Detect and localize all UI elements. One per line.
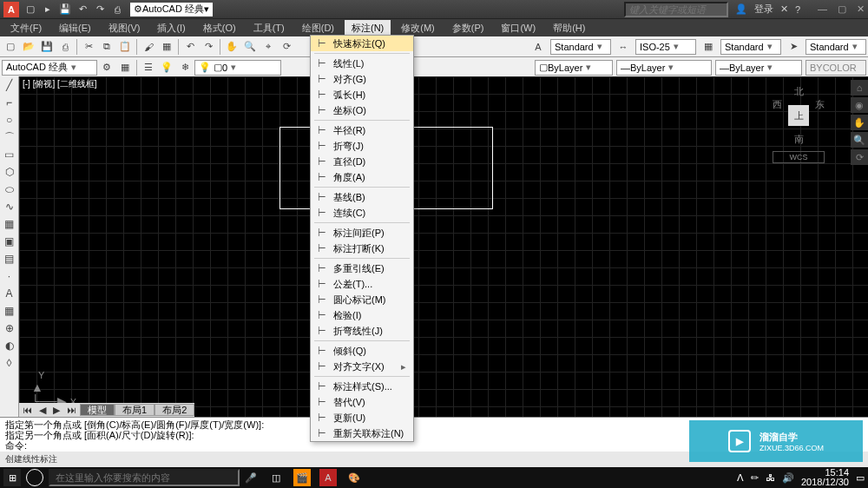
pan-icon[interactable]: ✋ bbox=[223, 38, 240, 56]
menuitem[interactable]: ⊢对齐(G) bbox=[311, 71, 413, 87]
home-icon[interactable]: ⌂ bbox=[851, 80, 868, 96]
textstyle-combo[interactable]: Standard▾ bbox=[550, 39, 611, 55]
taskview-icon[interactable]: ◫ bbox=[267, 469, 285, 486]
menu-9[interactable]: 参数(P) bbox=[445, 20, 491, 36]
menuitem[interactable]: ⊢半径(R) bbox=[311, 122, 413, 138]
redo-icon[interactable]: ↷ bbox=[92, 2, 108, 17]
rect-icon[interactable]: ▭ bbox=[0, 146, 18, 163]
signin-icon[interactable]: 👤 bbox=[735, 3, 747, 15]
network-icon[interactable]: 🖧 bbox=[766, 472, 775, 483]
tab-last-icon[interactable]: ⏭ bbox=[63, 405, 80, 415]
dimstyle-icon[interactable]: ↔ bbox=[615, 38, 632, 56]
lweight-combo[interactable]: — ByLayer▾ bbox=[715, 60, 802, 76]
ws-save-icon[interactable]: ▦ bbox=[116, 59, 134, 76]
ws-settings-icon[interactable]: ⚙ bbox=[98, 59, 115, 76]
save-icon[interactable]: 💾 bbox=[57, 2, 73, 17]
menuitem[interactable]: ⊢基线(B) bbox=[311, 189, 413, 205]
menuitem[interactable]: ⊢倾斜(Q) bbox=[311, 343, 413, 359]
circle-icon[interactable]: ○ bbox=[0, 111, 18, 129]
spline-icon[interactable]: ∿ bbox=[0, 198, 18, 215]
mlstyle-combo[interactable]: Standard▾ bbox=[806, 39, 866, 55]
save-icon[interactable]: 💾 bbox=[38, 38, 56, 56]
orbit2-icon[interactable]: ⟳ bbox=[851, 149, 868, 165]
ltype-combo[interactable]: — ByLayer▾ bbox=[616, 60, 712, 76]
menu-0[interactable]: 文件(F) bbox=[3, 20, 49, 36]
table-icon[interactable]: ▤ bbox=[0, 250, 18, 267]
tablestyle-combo[interactable]: Standard▾ bbox=[720, 39, 781, 55]
minimize-button[interactable]: — bbox=[818, 3, 827, 15]
app3-icon[interactable]: 🎨 bbox=[345, 469, 363, 486]
menuitem[interactable]: ⊢连续(C) bbox=[311, 205, 413, 221]
menuitem[interactable]: ⊢折弯(J) bbox=[311, 138, 413, 154]
line-icon[interactable]: ╱ bbox=[0, 76, 18, 94]
region-icon[interactable]: ▣ bbox=[0, 233, 18, 250]
maximize-button[interactable]: ▢ bbox=[838, 3, 846, 15]
ws-combo-2[interactable]: AutoCAD 经典▾ bbox=[2, 60, 97, 76]
wheel-icon[interactable]: ◉ bbox=[851, 97, 868, 113]
copy-icon[interactable]: ⧉ bbox=[98, 38, 115, 56]
undo2-icon[interactable]: ↶ bbox=[181, 38, 199, 56]
zoom2-icon[interactable]: 🔍 bbox=[851, 132, 868, 148]
help-search-input[interactable] bbox=[624, 2, 728, 17]
menuitem[interactable]: ⊢检验(I) bbox=[311, 307, 413, 323]
menu-4[interactable]: 格式(O) bbox=[196, 20, 243, 36]
menuitem[interactable]: ⊢弧长(H) bbox=[311, 87, 413, 102]
tray-up-icon[interactable]: ᐱ bbox=[737, 472, 744, 484]
zoom-icon[interactable]: 🔍 bbox=[241, 38, 259, 56]
exchange-icon[interactable]: ✕ bbox=[780, 3, 788, 15]
arc-icon[interactable]: ⌒ bbox=[0, 129, 18, 146]
print-icon[interactable]: ⎙ bbox=[109, 2, 125, 17]
match-icon[interactable]: 🖌 bbox=[140, 38, 157, 56]
plot-icon[interactable]: ⎙ bbox=[56, 38, 74, 56]
app2-icon[interactable]: A bbox=[319, 469, 337, 486]
close-button[interactable]: ✕ bbox=[857, 3, 865, 15]
taskbar-search-input[interactable] bbox=[49, 469, 240, 486]
menuitem[interactable]: ⊢替代(V) bbox=[311, 394, 413, 410]
menuitem[interactable]: ⊢角度(A) bbox=[311, 169, 413, 185]
boundary-icon[interactable]: ◊ bbox=[0, 354, 18, 372]
undo-icon[interactable]: ↶ bbox=[75, 2, 90, 17]
hatch-icon[interactable]: ▦ bbox=[0, 215, 18, 233]
viewcube[interactable]: 北 西上东 南 WCS bbox=[773, 85, 825, 137]
layer-freeze-icon[interactable]: ❄ bbox=[176, 59, 194, 76]
menuitem[interactable]: ⊢公差(T)... bbox=[311, 276, 413, 292]
color-combo[interactable]: ▢ ByLayer▾ bbox=[535, 60, 613, 76]
menuitem[interactable]: ⊢坐标(O) bbox=[311, 102, 413, 118]
layer-combo[interactable]: 💡 ▢ 0▾ bbox=[194, 60, 281, 76]
menu-3[interactable]: 插入(I) bbox=[150, 20, 192, 36]
layer-on-icon[interactable]: 💡 bbox=[158, 59, 175, 76]
menu-6[interactable]: 绘图(D) bbox=[295, 20, 341, 36]
dimstyle-combo[interactable]: ISO-25▾ bbox=[635, 39, 696, 55]
menu-7[interactable]: 标注(N) bbox=[345, 20, 391, 36]
drawing-canvas[interactable]: [-] [俯视] [二维线框] Y ▲└──▶ X 北 西上东 南 WCS ⌂ … bbox=[19, 76, 868, 417]
menu-11[interactable]: 帮助(H) bbox=[546, 20, 592, 36]
menuitem[interactable]: ⊢重新关联标注(N) bbox=[311, 425, 413, 441]
menuitem[interactable]: ⊢圆心标记(M) bbox=[311, 292, 413, 307]
insert-icon[interactable]: ⊕ bbox=[0, 320, 18, 337]
cut-icon[interactable]: ✂ bbox=[80, 38, 97, 56]
orbit-icon[interactable]: ⟳ bbox=[278, 38, 295, 56]
menu-5[interactable]: 工具(T) bbox=[247, 20, 292, 36]
workspace-dropdown[interactable]: ⚙ AutoCAD 经典 ▾ bbox=[130, 3, 213, 16]
menuitem[interactable]: ⊢标注样式(S)... bbox=[311, 379, 413, 394]
volume-icon[interactable]: 🔊 bbox=[782, 472, 794, 484]
point-icon[interactable]: · bbox=[0, 267, 18, 285]
textstyle-icon[interactable]: A bbox=[529, 38, 547, 56]
layout-tab[interactable]: 布局1 bbox=[115, 404, 155, 416]
login-label[interactable]: 登录 bbox=[754, 3, 773, 16]
zoomwin-icon[interactable]: ⌖ bbox=[260, 38, 277, 56]
menu-10[interactable]: 窗口(W) bbox=[494, 20, 542, 36]
menuitem[interactable]: ⊢标注打断(K) bbox=[311, 241, 413, 256]
app1-icon[interactable]: 🎬 bbox=[293, 469, 311, 486]
menuitem[interactable]: ⊢标注间距(P) bbox=[311, 225, 413, 241]
ime-icon[interactable]: ✏ bbox=[751, 472, 759, 484]
help-icon[interactable]: ? bbox=[795, 4, 800, 15]
start-button[interactable]: ⊞ bbox=[3, 469, 21, 486]
block-icon[interactable]: ▦ bbox=[158, 38, 175, 56]
menuitem[interactable]: ⊢对齐文字(X)▸ bbox=[311, 359, 413, 374]
viewport-label[interactable]: [-] [俯视] [二维线框] bbox=[23, 78, 97, 90]
tab-prev-icon[interactable]: ◀ bbox=[36, 405, 49, 416]
cortana-icon[interactable] bbox=[26, 469, 43, 486]
layout-tab[interactable]: 布局2 bbox=[155, 404, 194, 416]
mlstyle-icon[interactable]: ➤ bbox=[785, 38, 802, 56]
